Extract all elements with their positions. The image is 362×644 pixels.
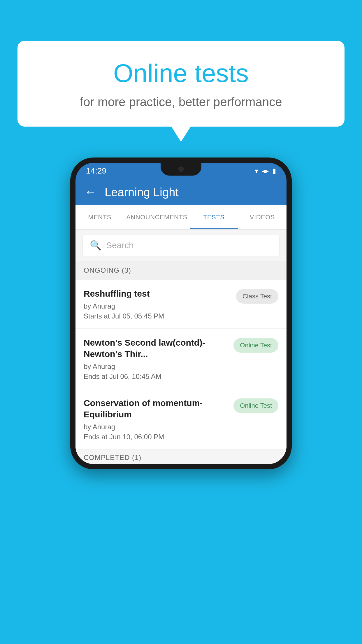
tab-videos[interactable]: VIDEOS bbox=[238, 205, 287, 229]
test-badge-conservation: Online Test bbox=[233, 398, 278, 413]
completed-section-header: COMPLETED (1) bbox=[75, 449, 287, 464]
test-info-conservation: Conservation of momentum-Equilibrium by … bbox=[84, 397, 229, 441]
status-time: 14:29 bbox=[86, 166, 106, 176]
test-name-reshuffling: Reshuffling test bbox=[84, 288, 231, 299]
bubble-subtitle: for more practice, better performance bbox=[35, 95, 327, 109]
test-name-conservation: Conservation of momentum-Equilibrium bbox=[84, 397, 229, 420]
app-header: ← Learning Light bbox=[75, 179, 287, 205]
wifi-icon: ▾ bbox=[255, 167, 258, 175]
ongoing-label: ONGOING (3) bbox=[84, 266, 131, 274]
app-title: Learning Light bbox=[105, 186, 179, 199]
tab-tests[interactable]: TESTS bbox=[190, 205, 238, 229]
test-item-reshuffling[interactable]: Reshuffling test by Anurag Starts at Jul… bbox=[75, 280, 287, 329]
test-by-conservation: by Anurag bbox=[84, 423, 229, 431]
bubble-title: Online tests bbox=[35, 58, 327, 88]
test-badge-reshuffling: Class Test bbox=[236, 289, 278, 304]
test-time-conservation: Ends at Jun 10, 06:00 PM bbox=[84, 433, 229, 441]
search-container: 🔍 Search bbox=[75, 230, 287, 261]
phone-frame-container: 14:29 ▾ ◂▸ ▮ ← Learning Light bbox=[70, 158, 292, 469]
tab-announcements[interactable]: ANNOUNCEMENTS bbox=[124, 205, 189, 229]
back-button[interactable]: ← bbox=[84, 185, 96, 199]
test-time-reshuffling: Starts at Jul 05, 05:45 PM bbox=[84, 312, 231, 320]
test-badge-newton: Online Test bbox=[233, 338, 278, 353]
search-placeholder: Search bbox=[106, 240, 134, 250]
test-by-newton: by Anurag bbox=[84, 363, 229, 371]
phone-inner: MENTS ANNOUNCEMENTS TESTS VIDEOS 🔍 bbox=[75, 205, 287, 464]
test-info-newton: Newton's Second law(contd)-Newton's Thir… bbox=[84, 337, 229, 381]
status-bar: 14:29 ▾ ◂▸ ▮ bbox=[75, 163, 287, 179]
speech-bubble: Online tests for more practice, better p… bbox=[17, 41, 345, 127]
test-name-newton: Newton's Second law(contd)-Newton's Thir… bbox=[84, 337, 229, 360]
search-bar[interactable]: 🔍 Search bbox=[82, 234, 280, 256]
phone-notch-area: 14:29 ▾ ◂▸ ▮ ← Learning Light bbox=[75, 163, 287, 205]
phone-notch bbox=[161, 163, 201, 176]
completed-label: COMPLETED (1) bbox=[84, 454, 141, 461]
signal-icon: ◂▸ bbox=[262, 167, 269, 175]
test-info-reshuffling: Reshuffling test by Anurag Starts at Jul… bbox=[84, 288, 231, 320]
status-icons: ▾ ◂▸ ▮ bbox=[255, 167, 276, 175]
tabs-container: MENTS ANNOUNCEMENTS TESTS VIDEOS bbox=[75, 205, 287, 230]
tab-ments[interactable]: MENTS bbox=[75, 205, 124, 229]
ongoing-section-header: ONGOING (3) bbox=[75, 261, 287, 280]
speech-bubble-container: Online tests for more practice, better p… bbox=[17, 41, 345, 127]
phone-frame: 14:29 ▾ ◂▸ ▮ ← Learning Light bbox=[70, 158, 292, 469]
battery-icon: ▮ bbox=[272, 167, 276, 175]
phone-screen: 14:29 ▾ ◂▸ ▮ ← Learning Light bbox=[75, 163, 287, 464]
test-by-reshuffling: by Anurag bbox=[84, 302, 231, 310]
camera-dot bbox=[178, 167, 184, 172]
test-item-conservation[interactable]: Conservation of momentum-Equilibrium by … bbox=[75, 389, 287, 449]
test-item-newton[interactable]: Newton's Second law(contd)-Newton's Thir… bbox=[75, 329, 287, 389]
search-icon: 🔍 bbox=[90, 240, 101, 251]
test-time-newton: Ends at Jul 06, 10:45 AM bbox=[84, 372, 229, 381]
